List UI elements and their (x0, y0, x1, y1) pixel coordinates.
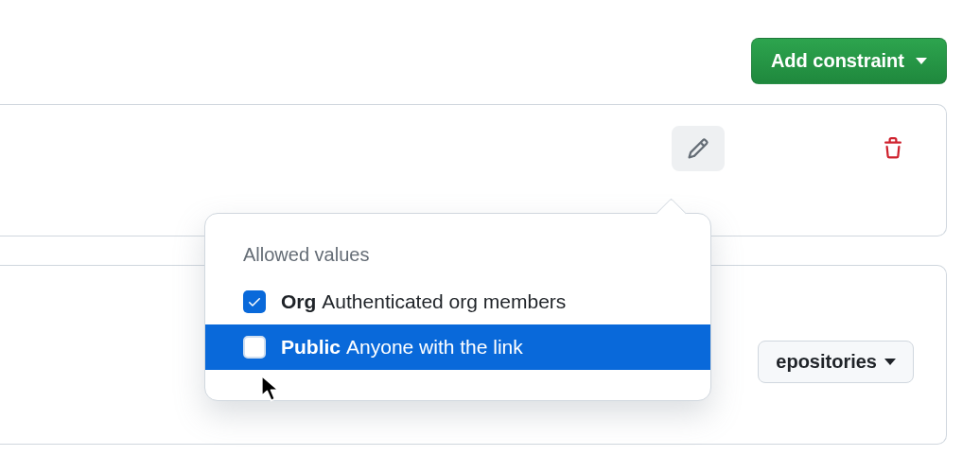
option-org[interactable]: OrgAuthenticated org members (205, 279, 710, 324)
popover-title: Allowed values (205, 214, 710, 279)
repositories-dropdown[interactable]: epositories (758, 341, 914, 383)
caret-down-icon (916, 58, 927, 64)
check-icon (247, 294, 262, 309)
pencil-icon (687, 137, 709, 160)
checkbox-checked[interactable] (243, 290, 266, 313)
option-public[interactable]: PublicAnyone with the link (205, 324, 710, 370)
trash-icon (882, 137, 904, 160)
option-name: Public (281, 336, 341, 358)
option-name: Org (281, 290, 316, 312)
add-constraint-button[interactable]: Add constraint (751, 38, 947, 84)
delete-button[interactable] (866, 126, 919, 171)
repositories-label: epositories (776, 351, 877, 373)
allowed-values-popover: Allowed values OrgAuthenticated org memb… (204, 213, 711, 401)
caret-down-icon (884, 359, 896, 365)
option-desc: Authenticated org members (322, 290, 566, 312)
add-constraint-label: Add constraint (771, 50, 904, 72)
option-desc: Anyone with the link (346, 336, 523, 358)
checkbox-unchecked[interactable] (243, 336, 266, 359)
edit-button[interactable] (672, 126, 725, 171)
option-label: PublicAnyone with the link (281, 336, 523, 359)
option-label: OrgAuthenticated org members (281, 290, 566, 313)
